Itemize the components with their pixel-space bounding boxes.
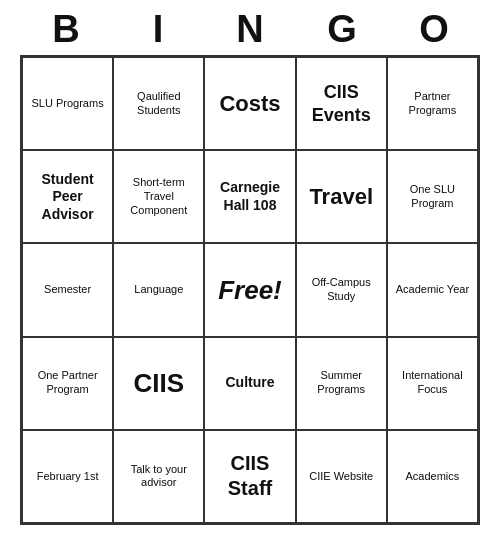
bingo-cell: CIIS Staff: [204, 430, 295, 523]
bingo-cell: Carnegie Hall 108: [204, 150, 295, 243]
bingo-cell: One Partner Program: [22, 337, 113, 430]
bingo-cell: CIIS: [113, 337, 204, 430]
letter-i: I: [118, 8, 198, 51]
letter-n: N: [210, 8, 290, 51]
bingo-cell: Free!: [204, 243, 295, 336]
bingo-cell: Talk to your advisor: [113, 430, 204, 523]
bingo-cell: Costs: [204, 57, 295, 150]
bingo-cell: Short-term Travel Component: [113, 150, 204, 243]
bingo-cell: Partner Programs: [387, 57, 478, 150]
bingo-cell: Summer Programs: [296, 337, 387, 430]
bingo-cell: Semester: [22, 243, 113, 336]
bingo-cell: SLU Programs: [22, 57, 113, 150]
letter-b: B: [26, 8, 106, 51]
bingo-header: B I N G O: [20, 0, 480, 55]
bingo-cell: Academics: [387, 430, 478, 523]
bingo-cell: Language: [113, 243, 204, 336]
bingo-cell: CIIE Website: [296, 430, 387, 523]
bingo-cell: Off-Campus Study: [296, 243, 387, 336]
bingo-cell: Qaulified Students: [113, 57, 204, 150]
bingo-cell: International Focus: [387, 337, 478, 430]
bingo-cell: One SLU Program: [387, 150, 478, 243]
letter-g: G: [302, 8, 382, 51]
bingo-cell: Travel: [296, 150, 387, 243]
bingo-grid: SLU ProgramsQaulified StudentsCostsCIIS …: [20, 55, 480, 525]
bingo-cell: Academic Year: [387, 243, 478, 336]
bingo-cell: CIIS Events: [296, 57, 387, 150]
bingo-cell: Student Peer Advisor: [22, 150, 113, 243]
letter-o: O: [394, 8, 474, 51]
bingo-cell: February 1st: [22, 430, 113, 523]
bingo-cell: Culture: [204, 337, 295, 430]
